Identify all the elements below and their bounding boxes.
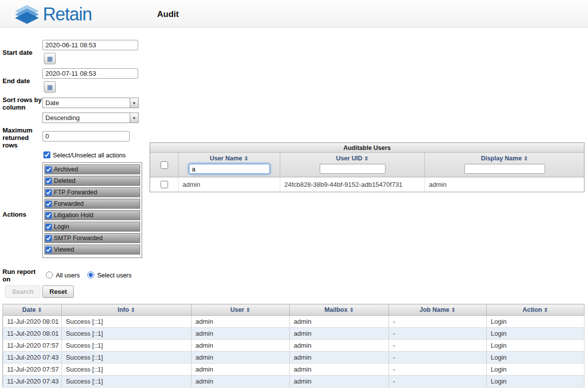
search-button[interactable]: Search [5,285,40,298]
user-uid-filter-input[interactable] [320,164,386,174]
action-item-deleted[interactable]: Deleted [44,176,140,186]
sort-direction-select[interactable]: Descending ▾ [42,113,139,123]
col-label: Job Name [419,306,449,313]
sort-column-value: Date [43,99,130,107]
logo-text: Retain [43,4,92,25]
select-all-users-checkbox[interactable] [161,161,168,169]
results-col-date[interactable]: Date ⇕ [3,304,62,316]
user-select-checkbox[interactable] [161,181,168,188]
action-checkbox[interactable] [45,224,52,230]
mailbox-cell: admin [290,364,389,376]
table-row: 11-Jul-2020 07:57 Success [::1] admin ad… [3,364,585,376]
action-item-smtp-forwarded[interactable]: SMTP Forwarded [44,233,140,243]
date-cell: 11-Jul-2020 07:43 [3,376,62,388]
date-cell: 11-Jul-2020 07:57 [3,340,62,352]
sort-icon: ⇕ [37,307,42,313]
reset-button[interactable]: Reset [42,285,74,298]
display-name-cell: admin [424,177,584,192]
action-item-ftp-forwarded[interactable]: FTP Forwarded [44,187,140,197]
action-item-litigation-hold[interactable]: Litigation Hold [44,210,140,220]
action-checkbox[interactable] [45,166,52,173]
dropdown-arrow-icon: ▾ [130,113,138,123]
all-users-radio[interactable] [46,271,53,278]
start-date-calendar-button[interactable]: ▦ [44,53,56,64]
job-name-cell: - [389,316,487,328]
action-checkbox[interactable] [45,235,52,242]
calendar-icon: ▦ [47,84,52,91]
calendar-icon: ▦ [47,55,52,62]
date-cell: 11-Jul-2020 07:43 [3,352,62,364]
user-cell: admin [192,352,290,364]
mailbox-cell: admin [290,340,389,352]
action-label: Deleted [54,177,75,184]
user-name-cell: admin [178,177,280,192]
action-checkbox[interactable] [45,201,52,207]
actions-label: Actions [2,211,26,218]
user-cell: admin [192,364,290,376]
sort-icon: ⇕ [244,155,248,161]
job-name-cell: - [389,352,487,364]
results-col-mailbox[interactable]: Mailbox ⇕ [290,304,389,316]
results-header-row: Date ⇕ Info ⇕ User ⇕ Mailbox ⇕ Job Name … [3,304,585,316]
job-name-cell: - [389,340,487,352]
user-uid-cell: 24fcb828-38b9-44bf-9152-adb15470f731 [280,177,424,192]
dropdown-arrow-icon: ▾ [130,98,138,108]
sort-icon: ⇕ [524,155,528,161]
date-cell: 11-Jul-2020 07:57 [3,364,62,376]
col-user-name[interactable]: User Name ⇕ [178,153,280,177]
job-name-cell: - [389,328,487,340]
col-label: Date [22,306,36,313]
select-users-radio[interactable] [87,271,94,278]
end-date-label: End date [2,77,41,85]
action-cell: Login [487,352,585,364]
app-header: Retain Audit [0,0,588,27]
action-checkbox[interactable] [45,178,52,184]
audit-page: Retain Audit Start date ▦ End date ▦ Sor… [0,0,588,392]
table-row: 11-Jul-2020 07:43 Success [::1] admin ad… [3,352,585,364]
action-label: Archived [54,166,78,173]
action-label: SMTP Forwarded [54,235,103,242]
action-checkbox[interactable] [45,247,52,253]
end-date-calendar-button[interactable]: ▦ [44,81,56,93]
retain-logo: Retain [14,4,92,25]
sort-icon: ⇕ [349,307,354,313]
action-label: Login [54,223,69,230]
action-cell: Login [487,316,585,328]
auditable-user-row[interactable]: admin 24fcb828-38b9-44bf-9152-adb15470f7… [150,177,584,192]
mailbox-cell: admin [290,316,389,328]
max-rows-input[interactable] [42,131,130,141]
action-checkbox[interactable] [45,189,52,196]
table-row: 11-Jul-2020 08:01 Success [::1] admin ad… [3,316,585,328]
col-display-name[interactable]: Display Name ⇕ [424,153,584,177]
select-all-actions-label: Select/Unselect all actions [53,152,126,159]
col-user-uid-label: User UID ⇕ [336,155,369,162]
auditable-users-header: User Name ⇕ User UID ⇕ Display Name ⇕ [150,153,584,177]
action-item-login[interactable]: Login [44,222,140,232]
info-cell: Success [::1] [62,316,192,328]
action-cell: Login [487,340,585,352]
results-col-action[interactable]: Action ⇕ [487,304,585,316]
action-label: Forwarded [54,200,84,207]
max-rows-label: Maximum returned rows [2,127,42,149]
action-item-archived[interactable]: Archived [44,164,140,174]
user-checkbox-cell [150,181,178,188]
info-cell: Success [::1] [62,352,192,364]
select-all-actions-checkbox[interactable] [43,151,50,158]
end-date-input[interactable] [42,68,138,79]
display-name-filter-input[interactable] [464,164,545,174]
results-col-info[interactable]: Info ⇕ [62,304,192,316]
col-label: Display Name [481,155,522,162]
results-col-user[interactable]: User ⇕ [192,304,290,316]
action-item-forwarded[interactable]: Forwarded [44,199,140,209]
user-name-filter-input[interactable] [189,164,270,174]
results-col-job-name[interactable]: Job Name ⇕ [389,304,487,316]
action-item-viewed[interactable]: Viewed [44,245,140,255]
start-date-input[interactable] [42,40,138,50]
sort-direction-value: Descending [43,114,130,122]
info-cell: Success [::1] [62,328,192,340]
mailbox-cell: admin [290,376,389,388]
action-checkbox[interactable] [45,212,52,219]
sort-column-select[interactable]: Date ▾ [42,98,139,108]
date-cell: 11-Jul-2020 08:01 [3,316,62,328]
col-user-uid[interactable]: User UID ⇕ [280,153,424,177]
